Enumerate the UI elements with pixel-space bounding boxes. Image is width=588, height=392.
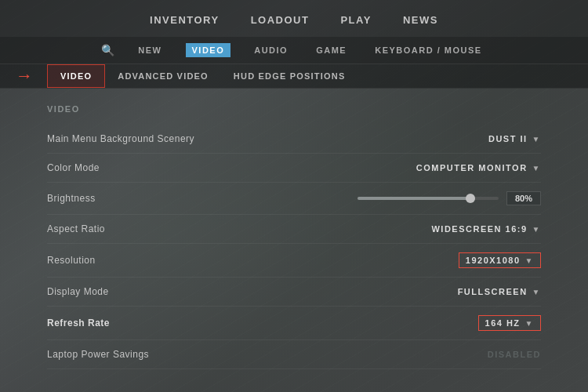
setting-value-resolution[interactable]: 1920X1080 ▼ — [459, 252, 541, 268]
setting-row-laptop-power: Laptop Power Savings DISABLED — [47, 340, 541, 369]
settings-tab-game[interactable]: GAME — [311, 43, 351, 57]
setting-label-brightness: Brightness — [47, 193, 96, 204]
nav-item-play[interactable]: PLAY — [340, 11, 371, 29]
setting-label-aspect-ratio: Aspect Ratio — [47, 223, 105, 234]
nav-item-inventory[interactable]: INVENTORY — [150, 11, 220, 29]
setting-value-refresh-rate[interactable]: 164 HZ ▼ — [478, 315, 541, 331]
chevron-down-icon: ▼ — [532, 164, 541, 172]
setting-row-color-mode: Color Mode COMPUTER MONITOR ▼ — [47, 154, 541, 183]
sub-tab-advanced-video[interactable]: ADVANCED VIDEO — [105, 65, 221, 87]
setting-label-refresh-rate: Refresh Rate — [47, 318, 110, 328]
settings-tab-new[interactable]: NEW — [133, 43, 166, 57]
chevron-down-icon: ▼ — [525, 319, 534, 328]
settings-tab-video[interactable]: VIDEO — [186, 43, 231, 57]
setting-row-resolution: Resolution 1920X1080 ▼ — [47, 244, 541, 278]
arrow-annotation: → — [16, 66, 33, 86]
nav-item-loadout[interactable]: LOADOUT — [251, 11, 310, 29]
setting-label-main-menu-bg: Main Menu Background Scenery — [47, 133, 194, 144]
nav-item-news[interactable]: NEWS — [403, 11, 438, 29]
chevron-down-icon: ▼ — [532, 135, 541, 143]
settings-content: Video Main Menu Background Scenery DUST … — [0, 89, 588, 385]
brightness-slider-thumb[interactable] — [466, 194, 475, 203]
setting-value-main-menu-bg[interactable]: DUST II ▼ — [488, 134, 541, 143]
brightness-slider-container: 80% — [358, 191, 541, 205]
setting-row-aspect-ratio: Aspect Ratio WIDESCREEN 16:9 ▼ — [47, 215, 541, 244]
brightness-value: 80% — [506, 191, 541, 205]
setting-value-aspect-ratio[interactable]: WIDESCREEN 16:9 ▼ — [431, 224, 541, 234]
settings-tab-audio[interactable]: AUDIO — [249, 43, 292, 57]
setting-label-laptop-power: Laptop Power Savings — [47, 349, 149, 360]
setting-row-main-menu-bg: Main Menu Background Scenery DUST II ▼ — [47, 125, 541, 154]
chevron-down-icon: ▼ — [525, 256, 534, 265]
search-icon[interactable]: 🔍 — [101, 44, 114, 56]
setting-label-color-mode: Color Mode — [47, 162, 100, 173]
setting-value-laptop-power[interactable]: DISABLED — [488, 350, 541, 359]
top-navigation: INVENTORY LOADOUT PLAY NEWS — [0, 0, 588, 37]
arrow-icon: → — [16, 66, 33, 86]
sub-tab-video[interactable]: VIDEO — [47, 64, 105, 88]
setting-row-brightness: Brightness 80% — [47, 183, 541, 215]
brightness-slider-track[interactable] — [358, 197, 499, 200]
settings-navigation: 🔍 NEW VIDEO AUDIO GAME KEYBOARD / MOUSE — [0, 37, 588, 64]
chevron-down-icon: ▼ — [532, 288, 541, 296]
setting-row-refresh-rate: Refresh Rate 164 HZ ▼ — [47, 307, 541, 340]
sub-navigation: → VIDEO ADVANCED VIDEO HUD EDGE POSITION… — [0, 64, 588, 89]
setting-row-display-mode: Display Mode FULLSCREEN ▼ — [47, 278, 541, 307]
brightness-slider-fill — [358, 197, 470, 200]
sub-navigation-container: → VIDEO ADVANCED VIDEO HUD EDGE POSITION… — [0, 64, 588, 89]
settings-tab-keyboard-mouse[interactable]: KEYBOARD / MOUSE — [370, 43, 486, 57]
setting-value-color-mode[interactable]: COMPUTER MONITOR ▼ — [416, 163, 541, 172]
setting-label-display-mode: Display Mode — [47, 286, 109, 297]
section-title: Video — [47, 104, 541, 114]
chevron-down-icon: ▼ — [532, 225, 541, 234]
setting-value-display-mode[interactable]: FULLSCREEN ▼ — [458, 287, 541, 296]
setting-label-resolution: Resolution — [47, 255, 96, 266]
sub-tab-hud-edge-positions[interactable]: HUD EDGE POSITIONS — [221, 65, 358, 87]
